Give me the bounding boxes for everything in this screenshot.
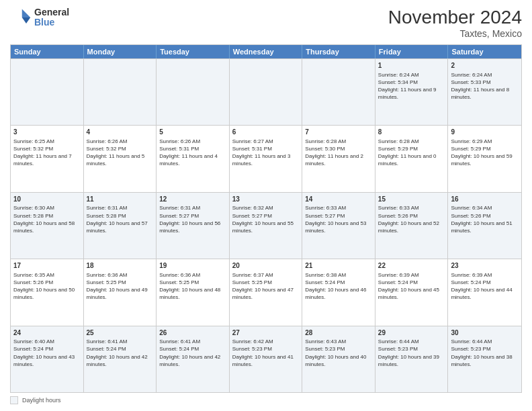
page-subtitle: Taxtes, Mexico bbox=[388, 28, 522, 39]
cal-week-1: 3Sunrise: 6:25 AM Sunset: 5:32 PM Daylig… bbox=[11, 125, 521, 191]
cal-week-3: 17Sunrise: 6:35 AM Sunset: 5:26 PM Dayli… bbox=[11, 259, 521, 325]
day-number: 18 bbox=[87, 261, 154, 271]
cal-cell: 10Sunrise: 6:30 AM Sunset: 5:28 PM Dayli… bbox=[11, 193, 84, 259]
legend-box bbox=[10, 396, 18, 404]
day-number: 24 bbox=[13, 328, 81, 338]
calendar-body: 1Sunrise: 6:24 AM Sunset: 5:34 PM Daylig… bbox=[11, 58, 521, 392]
cal-cell: 20Sunrise: 6:37 AM Sunset: 5:25 PM Dayli… bbox=[230, 259, 303, 325]
day-info: Sunrise: 6:24 AM Sunset: 5:33 PM Dayligh… bbox=[451, 71, 519, 101]
logo-general: General bbox=[34, 7, 69, 17]
cal-cell: 24Sunrise: 6:40 AM Sunset: 5:24 PM Dayli… bbox=[11, 326, 84, 392]
day-info: Sunrise: 6:39 AM Sunset: 5:24 PM Dayligh… bbox=[451, 271, 519, 302]
cal-cell: 16Sunrise: 6:34 AM Sunset: 5:26 PM Dayli… bbox=[448, 193, 521, 259]
cal-cell: 28Sunrise: 6:43 AM Sunset: 5:23 PM Dayli… bbox=[302, 326, 375, 392]
cal-header-friday: Friday bbox=[375, 45, 449, 58]
cal-cell bbox=[157, 59, 230, 125]
logo-text: General Blue bbox=[34, 7, 69, 28]
day-info: Sunrise: 6:27 AM Sunset: 5:31 PM Dayligh… bbox=[232, 138, 300, 168]
cal-header-saturday: Saturday bbox=[448, 45, 521, 58]
cal-cell: 23Sunrise: 6:39 AM Sunset: 5:24 PM Dayli… bbox=[448, 259, 521, 325]
day-info: Sunrise: 6:28 AM Sunset: 5:30 PM Dayligh… bbox=[305, 138, 372, 168]
cal-cell: 21Sunrise: 6:38 AM Sunset: 5:24 PM Dayli… bbox=[302, 259, 375, 325]
day-info: Sunrise: 6:44 AM Sunset: 5:23 PM Dayligh… bbox=[451, 338, 519, 368]
day-number: 25 bbox=[87, 328, 154, 338]
day-number: 9 bbox=[451, 128, 519, 137]
title-block: November 2024 Taxtes, Mexico bbox=[388, 7, 522, 39]
day-info: Sunrise: 6:33 AM Sunset: 5:27 PM Dayligh… bbox=[305, 204, 372, 234]
cal-cell bbox=[84, 59, 157, 125]
day-info: Sunrise: 6:31 AM Sunset: 5:28 PM Dayligh… bbox=[87, 204, 154, 234]
day-number: 4 bbox=[87, 128, 154, 137]
cal-header-sunday: Sunday bbox=[11, 45, 84, 58]
day-info: Sunrise: 6:24 AM Sunset: 5:34 PM Dayligh… bbox=[378, 71, 445, 101]
cal-week-4: 24Sunrise: 6:40 AM Sunset: 5:24 PM Dayli… bbox=[11, 326, 521, 392]
day-info: Sunrise: 6:26 AM Sunset: 5:32 PM Dayligh… bbox=[87, 138, 154, 168]
day-number: 21 bbox=[305, 261, 372, 271]
day-number: 27 bbox=[232, 328, 300, 338]
day-number: 10 bbox=[13, 195, 81, 204]
svg-marker-1 bbox=[22, 17, 30, 24]
day-info: Sunrise: 6:30 AM Sunset: 5:28 PM Dayligh… bbox=[13, 204, 81, 234]
cal-cell: 8Sunrise: 6:28 AM Sunset: 5:29 PM Daylig… bbox=[375, 126, 449, 191]
day-info: Sunrise: 6:42 AM Sunset: 5:23 PM Dayligh… bbox=[232, 338, 300, 368]
legend: Daylight hours bbox=[10, 396, 522, 404]
cal-cell: 22Sunrise: 6:39 AM Sunset: 5:24 PM Dayli… bbox=[375, 259, 449, 325]
cal-cell bbox=[230, 59, 303, 125]
cal-cell: 25Sunrise: 6:41 AM Sunset: 5:24 PM Dayli… bbox=[84, 326, 157, 392]
day-number: 29 bbox=[378, 328, 445, 338]
cal-header-tuesday: Tuesday bbox=[157, 45, 230, 58]
cal-cell: 6Sunrise: 6:27 AM Sunset: 5:31 PM Daylig… bbox=[230, 126, 303, 191]
cal-cell: 13Sunrise: 6:32 AM Sunset: 5:27 PM Dayli… bbox=[230, 193, 303, 259]
cal-cell bbox=[302, 59, 375, 125]
day-number: 15 bbox=[378, 195, 445, 204]
day-info: Sunrise: 6:36 AM Sunset: 5:25 PM Dayligh… bbox=[159, 271, 226, 302]
day-info: Sunrise: 6:35 AM Sunset: 5:26 PM Dayligh… bbox=[13, 271, 81, 302]
cal-cell: 11Sunrise: 6:31 AM Sunset: 5:28 PM Dayli… bbox=[84, 193, 157, 259]
day-number: 23 bbox=[451, 261, 519, 271]
cal-cell: 15Sunrise: 6:33 AM Sunset: 5:26 PM Dayli… bbox=[375, 193, 449, 259]
day-number: 17 bbox=[13, 261, 81, 271]
day-number: 8 bbox=[378, 128, 445, 137]
day-info: Sunrise: 6:32 AM Sunset: 5:27 PM Dayligh… bbox=[232, 204, 300, 234]
day-info: Sunrise: 6:29 AM Sunset: 5:29 PM Dayligh… bbox=[451, 138, 519, 168]
day-info: Sunrise: 6:26 AM Sunset: 5:31 PM Dayligh… bbox=[159, 138, 226, 168]
day-info: Sunrise: 6:37 AM Sunset: 5:25 PM Dayligh… bbox=[232, 271, 300, 302]
cal-cell: 30Sunrise: 6:44 AM Sunset: 5:23 PM Dayli… bbox=[448, 326, 521, 392]
day-number: 12 bbox=[159, 195, 226, 204]
cal-cell: 9Sunrise: 6:29 AM Sunset: 5:29 PM Daylig… bbox=[448, 126, 521, 191]
day-info: Sunrise: 6:31 AM Sunset: 5:27 PM Dayligh… bbox=[159, 204, 226, 234]
day-info: Sunrise: 6:34 AM Sunset: 5:26 PM Dayligh… bbox=[451, 204, 519, 234]
day-info: Sunrise: 6:41 AM Sunset: 5:24 PM Dayligh… bbox=[87, 338, 154, 368]
day-info: Sunrise: 6:38 AM Sunset: 5:24 PM Dayligh… bbox=[305, 271, 372, 302]
legend-label: Daylight hours bbox=[22, 397, 61, 404]
cal-header-monday: Monday bbox=[84, 45, 157, 58]
day-number: 20 bbox=[232, 261, 300, 271]
logo-blue: Blue bbox=[34, 17, 69, 28]
day-number: 7 bbox=[305, 128, 372, 137]
logo-icon bbox=[10, 7, 32, 28]
day-number: 3 bbox=[13, 128, 81, 137]
cal-cell: 19Sunrise: 6:36 AM Sunset: 5:25 PM Dayli… bbox=[157, 259, 230, 325]
cal-cell: 26Sunrise: 6:41 AM Sunset: 5:24 PM Dayli… bbox=[157, 326, 230, 392]
day-info: Sunrise: 6:36 AM Sunset: 5:25 PM Dayligh… bbox=[87, 271, 154, 302]
day-number: 11 bbox=[87, 195, 154, 204]
cal-cell: 29Sunrise: 6:44 AM Sunset: 5:23 PM Dayli… bbox=[375, 326, 449, 392]
page-title: November 2024 bbox=[388, 7, 522, 28]
day-number: 2 bbox=[451, 61, 519, 71]
cal-cell: 27Sunrise: 6:42 AM Sunset: 5:23 PM Dayli… bbox=[230, 326, 303, 392]
day-info: Sunrise: 6:39 AM Sunset: 5:24 PM Dayligh… bbox=[378, 271, 445, 302]
day-number: 22 bbox=[378, 261, 445, 271]
day-number: 28 bbox=[305, 328, 372, 338]
day-info: Sunrise: 6:25 AM Sunset: 5:32 PM Dayligh… bbox=[13, 138, 81, 168]
day-number: 26 bbox=[159, 328, 226, 338]
cal-cell: 5Sunrise: 6:26 AM Sunset: 5:31 PM Daylig… bbox=[157, 126, 230, 191]
cal-cell: 12Sunrise: 6:31 AM Sunset: 5:27 PM Dayli… bbox=[157, 193, 230, 259]
day-info: Sunrise: 6:28 AM Sunset: 5:29 PM Dayligh… bbox=[378, 138, 445, 168]
cal-week-2: 10Sunrise: 6:30 AM Sunset: 5:28 PM Dayli… bbox=[11, 192, 521, 259]
day-number: 14 bbox=[305, 195, 372, 204]
day-number: 19 bbox=[159, 261, 226, 271]
logo: General Blue bbox=[10, 7, 69, 28]
calendar: SundayMondayTuesdayWednesdayThursdayFrid… bbox=[10, 44, 522, 393]
cal-cell: 14Sunrise: 6:33 AM Sunset: 5:27 PM Dayli… bbox=[302, 193, 375, 259]
svg-marker-0 bbox=[22, 9, 30, 17]
